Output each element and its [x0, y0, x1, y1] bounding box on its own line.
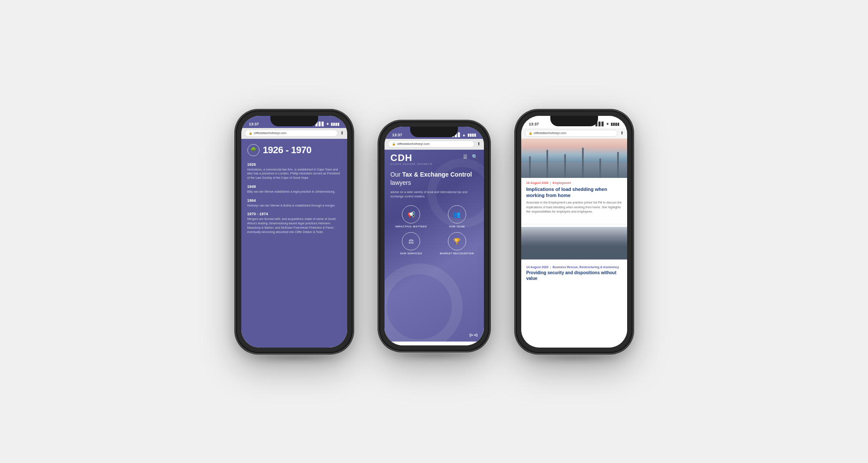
history-header: 🌳 1926 - 1970 [247, 142, 341, 158]
lock-icon-3: 🔒 [529, 131, 533, 135]
year-1970: 1970 - 1974 [247, 212, 341, 216]
search-icon[interactable]: 🔍 [472, 154, 478, 160]
article-2-image [521, 227, 627, 259]
timeline-entry-1970: 1970 - 1974 Mergers are formed with; and… [247, 212, 341, 234]
services-icon: ⚖ [402, 232, 420, 250]
url-bar-1[interactable]: 🔒 cliffedekkerhofmeyr.com [245, 130, 338, 137]
hero-headline: Our Tax & Exchange Control lawyers [391, 171, 478, 187]
screen-history: 🌳 1926 - 1970 1926 Herbsteins, a commerc… [241, 139, 347, 348]
notch-2 [410, 127, 458, 137]
article-1-excerpt: Associate in the Employment Law practice… [526, 200, 622, 214]
share-icon-3[interactable]: ⬆ [620, 131, 624, 135]
support-4 [582, 148, 584, 178]
article-1-date: 18 August 2020 [526, 181, 549, 184]
timeline-entry-1926: 1926 Herbsteins, a commercial law firm, … [247, 162, 341, 180]
bridge-render [521, 139, 627, 178]
url-bar-2[interactable]: 🔒 cliffedekkerhofmeyr.com [388, 141, 474, 148]
icon-grid: 📢 IMPACTFUL MATTERS 👥 OUR TEAM ⚖ OUR SER… [391, 205, 478, 255]
hero-subtext: advise on a wide variety of local and in… [391, 190, 478, 199]
article-2-category[interactable]: Business Rescue, Restructuring & Insolve… [552, 266, 619, 269]
text-1949: Billy van der Merwe establishes a legal … [247, 190, 341, 194]
support-6 [617, 152, 619, 178]
phone-3: 13:37 ▋▋▋ ✦ ▮▮▮▮ 🔒 cliffedekkerhofmeyr.c… [516, 110, 633, 353]
status-icons-1: ▋▋▋ ✦ ▮▮▮▮ [316, 122, 339, 126]
lock-icon-1: 🔒 [249, 131, 253, 135]
article-2-meta: 14 August 2020 | Business Rescue, Restru… [526, 266, 622, 269]
article-1: 18 August 2020 | Employment Implications… [521, 178, 627, 221]
browser-bar-2[interactable]: 🔒 cliffedekkerhofmeyr.com ⬆ [385, 139, 484, 150]
icon-item-recognition[interactable]: 🏆 MARKET RECOGNITION [436, 232, 478, 255]
hero-bridge-image [521, 139, 627, 178]
menu-icon[interactable]: ☰ [463, 154, 467, 160]
scene: 13:37 ▋▋▋ ✦ ▮▮▮▮ 🔒 cliffedekkerhofmeyr.c… [236, 110, 633, 353]
support-5 [599, 158, 601, 178]
team-label: OUR TEAM [449, 225, 465, 228]
article-2: 14 August 2020 | Business Rescue, Restru… [521, 259, 627, 285]
time-3: 13:37 [529, 122, 539, 126]
notch-1 [270, 116, 318, 126]
phone-1: 13:37 ▋▋▋ ✦ ▮▮▮▮ 🔒 cliffedekkerhofmeyr.c… [236, 110, 353, 353]
support-2 [546, 150, 548, 178]
article-2-title[interactable]: Providing security and dispositions with… [526, 270, 622, 281]
status-icons-3: ▋▋▋ ✦ ▮▮▮▮ [595, 122, 619, 126]
text-1926: Herbsteins, a commercial law firm, is es… [247, 167, 341, 180]
support-3 [564, 154, 566, 178]
time-1: 13:37 [249, 122, 259, 126]
screen-news: 18 August 2020 | Employment Implications… [521, 139, 627, 348]
lock-icon-2: 🔒 [392, 142, 396, 146]
url-text-2: cliffedekkerhofmeyr.com [397, 142, 430, 145]
url-text-3: cliffedekkerhofmeyr.com [534, 131, 566, 135]
impactful-icon: 📢 [402, 205, 420, 223]
year-1949: 1949 [247, 184, 341, 189]
article-2-date: 14 August 2020 [526, 266, 549, 269]
article-divider [521, 224, 627, 224]
url-bar-3[interactable]: 🔒 cliffedekkerhofmeyr.com [525, 130, 618, 137]
phone-2: 13:37 ▋▋▋ ▲ ▮▮▮▮ 🔒 cliffedekkerhofmeyr.c… [379, 121, 490, 351]
recognition-icon: 🏆 [448, 232, 466, 250]
main-hero: CDH CLIFFE DEKKER HOFMEYR ☰ 🔍 Our Tax & … [385, 150, 484, 342]
wave-effect [521, 243, 627, 259]
bridge-supports [521, 154, 627, 178]
browser-bar-3[interactable]: 🔒 cliffedekkerhofmeyr.com ⬆ [521, 128, 627, 139]
share-icon-2[interactable]: ⬆ [477, 141, 480, 146]
phone-3-shadow [527, 353, 621, 362]
icon-item-team[interactable]: 👥 OUR TEAM [436, 205, 478, 228]
phone-2-shadow [390, 351, 478, 360]
icon-item-impactful[interactable]: 📢 IMPACTFUL MATTERS [391, 205, 432, 228]
impactful-bar: Impactful Matters [385, 342, 484, 345]
icon-item-services[interactable]: ⚖ OUR SERVICES [391, 232, 432, 255]
share-button[interactable]: ⊳⊲ [469, 332, 478, 338]
browser-bar-1[interactable]: 🔒 cliffedekkerhofmeyr.com ⬆ [241, 128, 347, 139]
article-1-title[interactable]: Implications of load shedding when worki… [526, 186, 622, 199]
share-icon-1[interactable]: ⬆ [340, 131, 344, 135]
support-1 [529, 156, 531, 178]
team-icon: 👥 [448, 205, 466, 223]
text-1970: Mergers are formed with; and acquisition… [247, 217, 341, 234]
time-2: 13:37 [392, 133, 402, 137]
notch-3 [550, 116, 598, 126]
cdh-subtitle: CLIFFE DEKKER HOFMEYR [391, 163, 478, 165]
screen-main: CDH CLIFFE DEKKER HOFMEYR ☰ 🔍 Our Tax & … [385, 150, 484, 345]
recognition-label: MARKET RECOGNITION [440, 252, 474, 255]
year-1964: 1964 [247, 198, 341, 203]
timeline-entry-1949: 1949 Billy van der Merwe establishes a l… [247, 184, 341, 194]
services-label: OUR SERVICES [400, 252, 422, 255]
phone-1-shadow [247, 353, 341, 362]
history-year-title: 1926 - 1970 [263, 144, 312, 156]
article-1-category[interactable]: Employment [552, 181, 571, 184]
year-1926: 1926 [247, 162, 341, 167]
tree-icon: 🌳 [247, 144, 260, 156]
impactful-label: IMPACTFUL MATTERS [395, 225, 427, 228]
history-content: 🌳 1926 - 1970 1926 Herbsteins, a commerc… [241, 139, 347, 242]
nav-icons: ☰ 🔍 [463, 154, 478, 160]
timeline-entry-1964: 1964 Hofmeyr van der Merwe & Botha is es… [247, 198, 341, 208]
url-text-1: cliffedekkerhofmeyr.com [254, 131, 286, 135]
article-1-meta: 18 August 2020 | Employment [526, 181, 622, 184]
text-1964: Hofmeyr van der Merwe & Botha is establi… [247, 204, 341, 208]
